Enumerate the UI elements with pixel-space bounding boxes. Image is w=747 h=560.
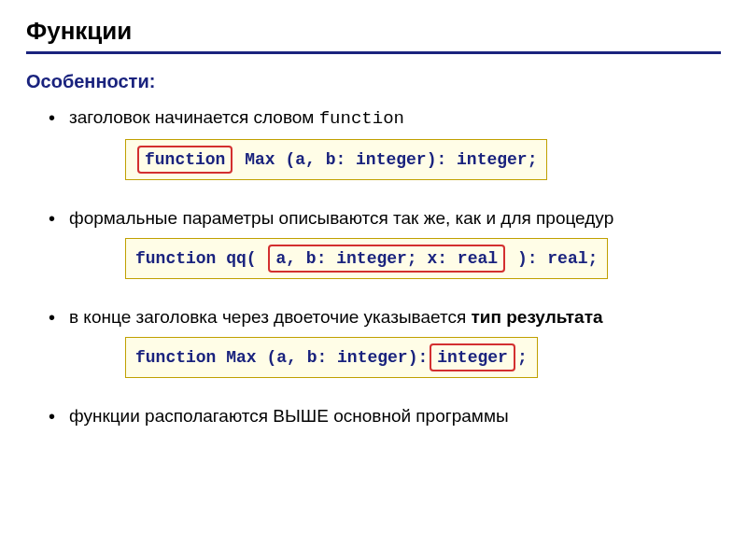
list-item: функции располагаются ВЫШЕ основной прог… [49,404,721,428]
bullet-text: в конце заголовка через двоеточие указыв… [69,307,471,327]
code-box: function qq( a, b: integer; x: real ): r… [125,238,608,279]
code-text: function qq( [135,249,266,268]
inline-code: function [319,108,404,129]
code-text: ): real; [507,249,598,268]
bullet-list: заголовок начинается словом function fun… [26,105,721,427]
section-subtitle: Особенности: [26,71,721,92]
page-title: Функции [26,17,721,46]
bullet-text: функции располагаются ВЫШЕ основной прог… [69,406,509,426]
bullet-text: формальные параметры описываются так же,… [69,208,613,228]
code-highlight: a, b: integer; x: real [268,245,505,273]
code-highlight: integer [430,343,515,371]
list-item: формальные параметры описываются так же,… [49,206,721,296]
title-divider [26,51,721,54]
list-item: в конце заголовка через двоеточие указыв… [49,305,721,395]
code-highlight: function [137,146,233,174]
code-text: ; [517,348,528,367]
bullet-text: заголовок начинается словом [69,107,319,127]
list-item: заголовок начинается словом function fun… [49,105,721,197]
code-box: function Max (a, b: integer): integer; [125,139,547,180]
code-box: function Max (a, b: integer):integer; [125,337,538,378]
bold-text: тип результата [471,307,602,327]
code-text: function Max (a, b: integer): [135,348,428,367]
code-text: Max (a, b: integer): integer; [234,150,537,169]
